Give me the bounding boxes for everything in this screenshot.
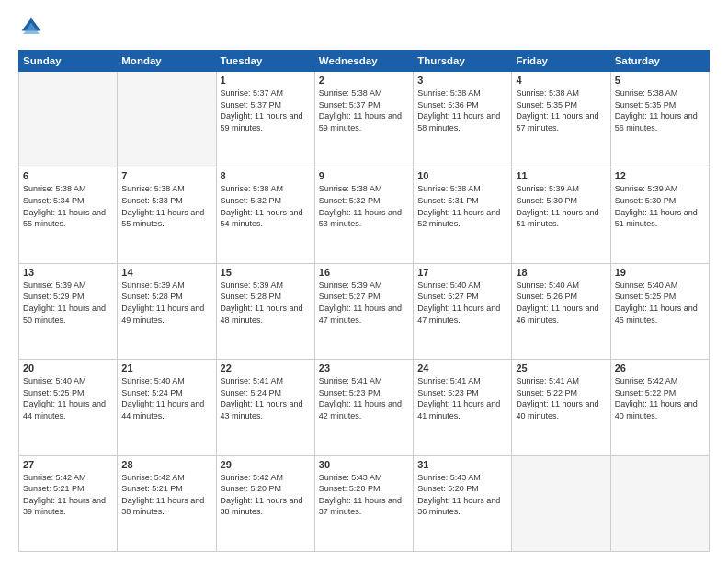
calendar-week-row: 20Sunrise: 5:40 AM Sunset: 5:25 PM Dayli… — [19, 360, 710, 455]
calendar-cell: 18Sunrise: 5:40 AM Sunset: 5:26 PM Dayli… — [512, 263, 610, 359]
cell-info: Sunrise: 5:42 AM Sunset: 5:21 PM Dayligh… — [121, 472, 211, 518]
calendar-cell: 1Sunrise: 5:37 AM Sunset: 5:37 PM Daylig… — [216, 72, 314, 167]
cell-info: Sunrise: 5:40 AM Sunset: 5:24 PM Dayligh… — [121, 375, 211, 421]
calendar-cell: 5Sunrise: 5:38 AM Sunset: 5:35 PM Daylig… — [610, 72, 709, 167]
cell-info: Sunrise: 5:39 AM Sunset: 5:29 PM Dayligh… — [23, 280, 113, 326]
day-of-week-header: Saturday — [610, 51, 709, 72]
cell-info: Sunrise: 5:38 AM Sunset: 5:35 PM Dayligh… — [615, 87, 705, 133]
day-of-week-header: Monday — [118, 51, 216, 72]
day-number: 29 — [221, 459, 311, 470]
day-of-week-header: Friday — [512, 51, 610, 72]
cell-info: Sunrise: 5:39 AM Sunset: 5:28 PM Dayligh… — [121, 280, 211, 326]
cell-info: Sunrise: 5:38 AM Sunset: 5:37 PM Dayligh… — [319, 87, 409, 133]
day-of-week-header: Wednesday — [314, 51, 413, 72]
day-number: 4 — [516, 75, 606, 86]
calendar-cell: 30Sunrise: 5:43 AM Sunset: 5:20 PM Dayli… — [314, 455, 413, 551]
calendar-cell: 6Sunrise: 5:38 AM Sunset: 5:34 PM Daylig… — [19, 167, 118, 263]
cell-info: Sunrise: 5:40 AM Sunset: 5:25 PM Dayligh… — [23, 375, 113, 421]
day-of-week-header: Sunday — [19, 51, 118, 72]
calendar-cell — [610, 455, 709, 551]
calendar-cell — [19, 72, 118, 167]
calendar-cell: 17Sunrise: 5:40 AM Sunset: 5:27 PM Dayli… — [414, 263, 512, 359]
cell-info: Sunrise: 5:43 AM Sunset: 5:20 PM Dayligh… — [319, 472, 409, 518]
calendar-cell: 7Sunrise: 5:38 AM Sunset: 5:33 PM Daylig… — [118, 167, 216, 263]
calendar-cell: 16Sunrise: 5:39 AM Sunset: 5:27 PM Dayli… — [314, 263, 413, 359]
calendar-week-row: 27Sunrise: 5:42 AM Sunset: 5:21 PM Dayli… — [19, 455, 710, 551]
cell-info: Sunrise: 5:40 AM Sunset: 5:25 PM Dayligh… — [615, 280, 705, 326]
calendar-cell: 3Sunrise: 5:38 AM Sunset: 5:36 PM Daylig… — [414, 72, 512, 167]
day-number: 2 — [319, 75, 409, 86]
calendar-cell — [118, 72, 216, 167]
calendar-cell: 23Sunrise: 5:41 AM Sunset: 5:23 PM Dayli… — [314, 360, 413, 455]
calendar-cell: 9Sunrise: 5:38 AM Sunset: 5:32 PM Daylig… — [314, 167, 413, 263]
day-number: 23 — [319, 362, 409, 373]
calendar-cell: 27Sunrise: 5:42 AM Sunset: 5:21 PM Dayli… — [19, 455, 118, 551]
calendar-cell: 26Sunrise: 5:42 AM Sunset: 5:22 PM Dayli… — [610, 360, 709, 455]
calendar-cell: 25Sunrise: 5:41 AM Sunset: 5:22 PM Dayli… — [512, 360, 610, 455]
day-number: 11 — [516, 170, 606, 181]
day-number: 21 — [121, 362, 211, 373]
logo-icon — [18, 15, 44, 40]
cell-info: Sunrise: 5:38 AM Sunset: 5:31 PM Dayligh… — [417, 183, 507, 229]
day-number: 26 — [615, 362, 705, 373]
calendar-table: SundayMondayTuesdayWednesdayThursdayFrid… — [18, 50, 710, 552]
cell-info: Sunrise: 5:39 AM Sunset: 5:30 PM Dayligh… — [516, 183, 606, 229]
cell-info: Sunrise: 5:38 AM Sunset: 5:32 PM Dayligh… — [319, 183, 409, 229]
cell-info: Sunrise: 5:37 AM Sunset: 5:37 PM Dayligh… — [221, 87, 311, 133]
day-number: 27 — [23, 459, 113, 470]
cell-info: Sunrise: 5:38 AM Sunset: 5:35 PM Dayligh… — [516, 87, 606, 133]
cell-info: Sunrise: 5:38 AM Sunset: 5:36 PM Dayligh… — [417, 87, 507, 133]
day-number: 30 — [319, 459, 409, 470]
day-of-week-header: Tuesday — [216, 51, 314, 72]
day-number: 31 — [417, 459, 507, 470]
cell-info: Sunrise: 5:39 AM Sunset: 5:27 PM Dayligh… — [319, 280, 409, 326]
calendar-cell: 29Sunrise: 5:42 AM Sunset: 5:20 PM Dayli… — [216, 455, 314, 551]
day-number: 9 — [319, 170, 409, 181]
day-number: 17 — [417, 267, 507, 278]
cell-info: Sunrise: 5:38 AM Sunset: 5:34 PM Dayligh… — [23, 183, 113, 229]
calendar-cell: 20Sunrise: 5:40 AM Sunset: 5:25 PM Dayli… — [19, 360, 118, 455]
calendar-cell: 19Sunrise: 5:40 AM Sunset: 5:25 PM Dayli… — [610, 263, 709, 359]
day-number: 10 — [417, 170, 507, 181]
calendar-cell: 10Sunrise: 5:38 AM Sunset: 5:31 PM Dayli… — [414, 167, 512, 263]
cell-info: Sunrise: 5:39 AM Sunset: 5:28 PM Dayligh… — [221, 280, 311, 326]
cell-info: Sunrise: 5:38 AM Sunset: 5:33 PM Dayligh… — [121, 183, 211, 229]
calendar-cell: 28Sunrise: 5:42 AM Sunset: 5:21 PM Dayli… — [118, 455, 216, 551]
calendar-cell: 21Sunrise: 5:40 AM Sunset: 5:24 PM Dayli… — [118, 360, 216, 455]
calendar-week-row: 6Sunrise: 5:38 AM Sunset: 5:34 PM Daylig… — [19, 167, 710, 263]
calendar-cell: 12Sunrise: 5:39 AM Sunset: 5:30 PM Dayli… — [610, 167, 709, 263]
calendar-cell: 14Sunrise: 5:39 AM Sunset: 5:28 PM Dayli… — [118, 263, 216, 359]
day-number: 24 — [417, 362, 507, 373]
cell-info: Sunrise: 5:41 AM Sunset: 5:24 PM Dayligh… — [221, 375, 311, 421]
calendar-cell: 15Sunrise: 5:39 AM Sunset: 5:28 PM Dayli… — [216, 263, 314, 359]
day-of-week-header: Thursday — [414, 51, 512, 72]
day-number: 25 — [516, 362, 606, 373]
day-number: 19 — [615, 267, 705, 278]
calendar-header-row: SundayMondayTuesdayWednesdayThursdayFrid… — [19, 51, 710, 72]
cell-info: Sunrise: 5:41 AM Sunset: 5:23 PM Dayligh… — [417, 375, 507, 421]
calendar-cell: 2Sunrise: 5:38 AM Sunset: 5:37 PM Daylig… — [314, 72, 413, 167]
day-number: 28 — [121, 459, 211, 470]
calendar-cell: 11Sunrise: 5:39 AM Sunset: 5:30 PM Dayli… — [512, 167, 610, 263]
header — [18, 15, 710, 40]
cell-info: Sunrise: 5:40 AM Sunset: 5:26 PM Dayligh… — [516, 280, 606, 326]
day-number: 7 — [121, 170, 211, 181]
day-number: 22 — [221, 362, 311, 373]
day-number: 3 — [417, 75, 507, 86]
cell-info: Sunrise: 5:39 AM Sunset: 5:30 PM Dayligh… — [615, 183, 705, 229]
cell-info: Sunrise: 5:41 AM Sunset: 5:22 PM Dayligh… — [516, 375, 606, 421]
day-number: 8 — [221, 170, 311, 181]
day-number: 13 — [23, 267, 113, 278]
day-number: 14 — [121, 267, 211, 278]
cell-info: Sunrise: 5:42 AM Sunset: 5:20 PM Dayligh… — [221, 472, 311, 518]
calendar-cell: 13Sunrise: 5:39 AM Sunset: 5:29 PM Dayli… — [19, 263, 118, 359]
calendar-cell: 8Sunrise: 5:38 AM Sunset: 5:32 PM Daylig… — [216, 167, 314, 263]
cell-info: Sunrise: 5:43 AM Sunset: 5:20 PM Dayligh… — [417, 472, 507, 518]
day-number: 16 — [319, 267, 409, 278]
calendar-cell: 31Sunrise: 5:43 AM Sunset: 5:20 PM Dayli… — [414, 455, 512, 551]
day-number: 6 — [23, 170, 113, 181]
calendar-cell: 24Sunrise: 5:41 AM Sunset: 5:23 PM Dayli… — [414, 360, 512, 455]
cell-info: Sunrise: 5:42 AM Sunset: 5:21 PM Dayligh… — [23, 472, 113, 518]
calendar-cell: 22Sunrise: 5:41 AM Sunset: 5:24 PM Dayli… — [216, 360, 314, 455]
day-number: 12 — [615, 170, 705, 181]
